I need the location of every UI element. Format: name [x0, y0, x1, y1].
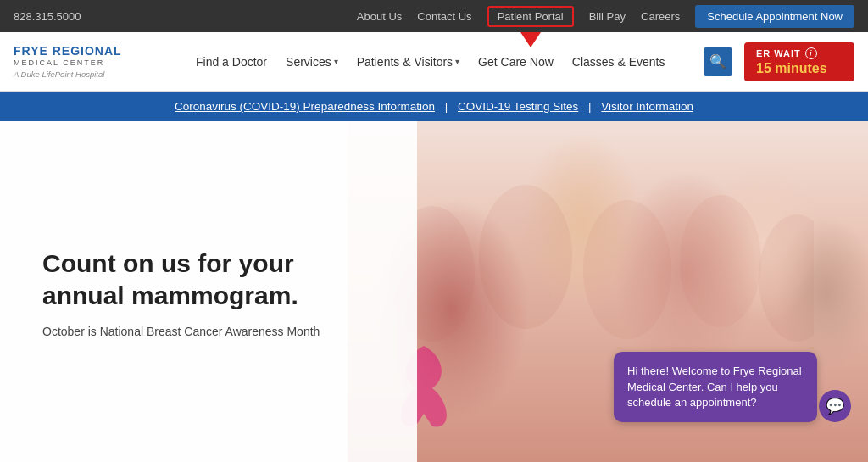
- er-wait-box: ER WAIT i 15 minutes: [744, 42, 854, 81]
- find-doctor-link[interactable]: Find a Doctor: [196, 55, 267, 69]
- careers-link[interactable]: Careers: [641, 10, 680, 23]
- bill-pay-link[interactable]: Bill Pay: [589, 10, 626, 23]
- logo-subtitle: A Duke LifePoint Hospital: [14, 70, 170, 79]
- patients-visitors-label: Patients & Visitors: [357, 55, 453, 69]
- er-wait-label: ER WAIT i: [756, 47, 817, 59]
- search-icon: 🔍: [709, 53, 726, 70]
- patients-visitors-chevron-icon: ▾: [455, 57, 459, 66]
- covid-testing-link[interactable]: COVID-19 Testing Sites: [458, 100, 578, 113]
- hero-subtext: October is National Breast Cancer Awaren…: [42, 325, 383, 338]
- logo-name-line1: FRYE REGIONAL: [14, 44, 170, 58]
- er-wait-time: 15 minutes: [756, 61, 827, 76]
- red-arrow-annotation: [520, 32, 541, 47]
- logo: FRYE REGIONAL MEDICAL CENTER A Duke Life…: [14, 44, 170, 80]
- main-navigation: FRYE REGIONAL MEDICAL CENTER A Duke Life…: [0, 32, 868, 92]
- hero-text-area: Count on us for your annual mammogram. O…: [0, 121, 417, 462]
- logo-name-line2: MEDICAL CENTER: [14, 58, 170, 67]
- covid-preparedness-link[interactable]: Coronavirus (COVID-19) Preparedness Info…: [175, 100, 435, 113]
- hero-section: Count on us for your annual mammogram. O…: [0, 121, 868, 462]
- patients-visitors-dropdown[interactable]: Patients & Visitors ▾: [357, 55, 459, 69]
- chat-icon-button[interactable]: 💬: [819, 390, 851, 422]
- contact-us-link[interactable]: Contact Us: [417, 10, 471, 23]
- svg-point-1: [479, 185, 572, 329]
- classes-events-link[interactable]: Classes & Events: [572, 55, 665, 69]
- services-dropdown[interactable]: Services ▾: [286, 55, 338, 69]
- phone-number: 828.315.5000: [14, 10, 81, 23]
- chat-message: Hi there! Welcome to Frye Regional Medic…: [627, 364, 804, 410]
- visitor-info-link[interactable]: Visitor Information: [601, 100, 693, 113]
- get-care-now-link[interactable]: Get Care Now: [478, 55, 554, 69]
- nav-links: Find a Doctor Services ▾ Patients & Visi…: [196, 55, 704, 69]
- top-bar: 828.315.5000 About Us Contact Us Patient…: [0, 0, 868, 32]
- services-label: Services: [286, 55, 331, 69]
- about-us-link[interactable]: About Us: [357, 10, 402, 23]
- chat-icon: 💬: [826, 397, 844, 415]
- separator-2: |: [588, 100, 592, 113]
- patient-portal-link[interactable]: Patient Portal: [487, 6, 574, 27]
- info-banner: Coronavirus (COVID-19) Preparedness Info…: [0, 92, 868, 121]
- schedule-appointment-button[interactable]: Schedule Appointment Now: [695, 5, 854, 28]
- svg-point-2: [583, 200, 671, 339]
- separator-1: |: [445, 100, 448, 113]
- search-button[interactable]: 🔍: [704, 47, 732, 76]
- services-chevron-icon: ▾: [334, 57, 338, 66]
- svg-point-4: [759, 214, 814, 342]
- er-wait-info-icon[interactable]: i: [805, 47, 817, 59]
- chat-bubble: Hi there! Welcome to Frye Regional Medic…: [614, 352, 817, 422]
- er-wait-label-text: ER WAIT: [756, 48, 801, 58]
- svg-point-3: [680, 195, 761, 327]
- hero-heading: Count on us for your annual mammogram.: [42, 248, 383, 311]
